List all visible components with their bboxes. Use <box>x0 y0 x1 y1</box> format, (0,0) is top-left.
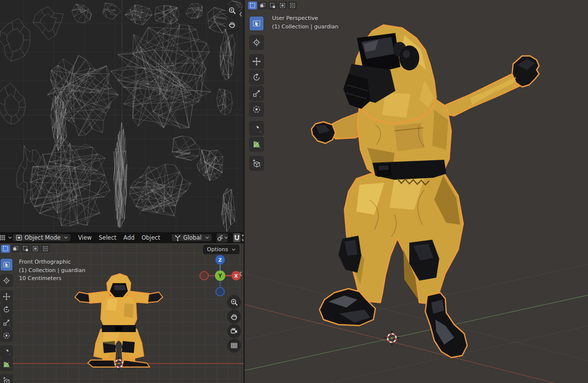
tool-cursor-button[interactable] <box>0 275 12 287</box>
transform-icon <box>252 105 261 114</box>
orientation-axes-icon <box>174 234 181 241</box>
magnet-icon <box>233 234 241 242</box>
add-cube-icon <box>252 159 261 168</box>
gizmo-z-neg-axis[interactable] <box>216 288 225 296</box>
menu-select[interactable]: Select <box>95 234 120 241</box>
select-set-button[interactable] <box>248 1 257 9</box>
collection-label: (1) Collection | guardian <box>272 23 338 31</box>
object-mode-icon <box>15 234 22 241</box>
select-intersect-button[interactable] <box>41 245 50 253</box>
pane-divider[interactable] <box>244 0 245 383</box>
select-mode-row-front <box>1 245 50 253</box>
select-set-button[interactable] <box>1 245 10 253</box>
gizmo-z-label: Z <box>219 257 222 263</box>
tool-transform-button[interactable] <box>250 102 264 116</box>
view-label: Front Orthographic <box>19 258 85 267</box>
pan-hand-icon[interactable] <box>228 310 241 323</box>
rotate-icon <box>2 306 10 314</box>
menu-view[interactable]: View <box>74 234 95 241</box>
scale-icon <box>2 319 10 327</box>
sidebar-collapse-icon[interactable]: ❮ <box>239 12 243 16</box>
snap-toggle-button[interactable] <box>233 233 241 242</box>
tool-transform-button[interactable] <box>0 330 12 342</box>
viewport-header: Object Mode View Select Add Object Globa… <box>0 232 244 243</box>
tool-rotate-button[interactable] <box>0 304 12 316</box>
measure-icon <box>252 140 261 149</box>
guardian-character[interactable] <box>311 25 539 358</box>
tool-scale-button[interactable] <box>0 317 12 329</box>
select-mode-row-main <box>248 1 297 9</box>
viewport-info-main: User Perspective (1) Collection | guardi… <box>272 14 338 31</box>
gizmo-x-neg-axis[interactable] <box>200 272 209 280</box>
tool-annotate-button[interactable] <box>250 121 264 135</box>
front-viewport[interactable]: Options Front Orthographic (1) Collectio… <box>0 243 244 383</box>
move-icon <box>2 293 10 301</box>
transform-icon <box>2 332 10 340</box>
mode-dropdown-label: Object Mode <box>24 234 60 241</box>
gizmo-y-axis[interactable]: Y <box>215 271 226 281</box>
pan-hand-icon[interactable] <box>226 18 239 31</box>
tool-move-button[interactable] <box>0 291 12 303</box>
cursor-icon <box>252 38 261 47</box>
camera-view-icon[interactable] <box>228 325 241 338</box>
pivot-point-dropdown[interactable] <box>217 233 228 242</box>
annotate-icon <box>2 348 10 356</box>
collection-label: (1) Collection | guardian <box>19 267 85 275</box>
tool-select-box-button[interactable] <box>0 259 12 271</box>
toolbar-front <box>0 259 12 383</box>
x-axis-line <box>245 305 588 383</box>
tool-measure-button[interactable] <box>250 137 264 151</box>
menu-add[interactable]: Add <box>120 234 138 241</box>
select-tweak-button[interactable] <box>11 245 20 253</box>
tool-scale-button[interactable] <box>250 86 264 100</box>
orientation-label: Global <box>183 234 202 241</box>
viewport-nav-buttons <box>228 296 241 352</box>
blender-window: ❮ Object Mode View Select Add Object Glo… <box>0 0 588 383</box>
tool-measure-button[interactable] <box>0 359 12 371</box>
rotate-icon <box>252 73 261 82</box>
ortho-perspective-toggle-icon[interactable] <box>228 339 241 352</box>
select-extend-button[interactable] <box>21 245 30 253</box>
select-box-icon <box>252 19 261 28</box>
zoom-icon[interactable] <box>228 296 241 309</box>
annotate-icon <box>252 124 261 133</box>
main-scene <box>245 0 588 383</box>
gizmo-y-label: Y <box>218 273 222 279</box>
select-subtract-button[interactable] <box>278 1 287 9</box>
transform-orientation-dropdown[interactable]: Global <box>172 234 212 241</box>
tool-add-cube-button[interactable] <box>250 156 264 170</box>
sidebar-collapse-icon[interactable]: ❮ <box>239 272 243 276</box>
cursor-icon <box>2 277 10 285</box>
tool-annotate-button[interactable] <box>0 346 12 358</box>
scale-label: 10 Centimeters <box>19 275 85 283</box>
gizmo-z-axis[interactable]: Z <box>216 255 225 265</box>
add-cube-icon <box>2 377 10 383</box>
tool-cursor-button[interactable] <box>250 35 264 49</box>
move-icon <box>252 57 261 66</box>
uv-wireframe <box>0 0 244 232</box>
measure-icon <box>2 361 10 369</box>
uv-editor-viewport[interactable]: ❮ <box>0 0 244 232</box>
tool-select-box-button[interactable] <box>250 16 264 30</box>
options-label: Options <box>207 246 228 253</box>
editor-type-button[interactable] <box>0 233 12 242</box>
select-subtract-button[interactable] <box>31 245 40 253</box>
view-label: User Perspective <box>272 14 338 23</box>
y-axis-line <box>245 295 588 371</box>
viewport-info-front: Front Orthographic (1) Collection | guar… <box>19 258 85 283</box>
tool-add-cube-button[interactable] <box>0 375 12 383</box>
menu-object[interactable]: Object <box>138 234 164 241</box>
toolbar-main <box>250 16 264 172</box>
zoom-icon[interactable] <box>226 4 239 17</box>
select-extend-button[interactable] <box>268 1 277 9</box>
main-viewport[interactable]: User Perspective (1) Collection | guardi… <box>245 0 588 383</box>
select-box-icon <box>2 261 10 269</box>
mode-dropdown[interactable]: Object Mode <box>13 234 70 241</box>
navigation-gizmo[interactable]: Z X Y <box>198 253 243 299</box>
scale-icon <box>252 89 261 98</box>
tool-rotate-button[interactable] <box>250 70 264 84</box>
gizmo-x-label: X <box>234 273 238 279</box>
tool-move-button[interactable] <box>250 54 264 68</box>
select-tweak-button[interactable] <box>258 1 267 9</box>
select-intersect-button[interactable] <box>288 1 297 9</box>
